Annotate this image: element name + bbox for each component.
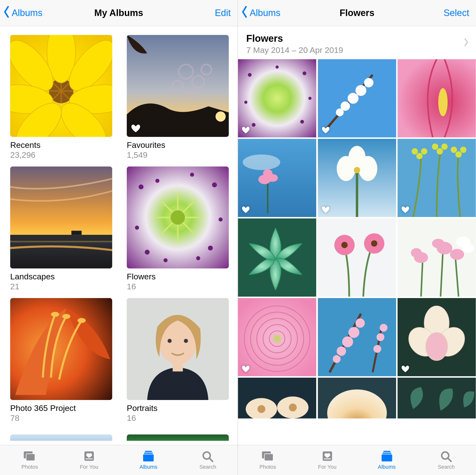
photo-thumbnail[interactable]: [318, 378, 396, 418]
svg-point-98: [460, 147, 467, 153]
svg-point-45: [77, 318, 86, 323]
photo-thumbnail[interactable]: [398, 378, 476, 418]
album-portraits[interactable]: Portraits 16: [127, 298, 229, 423]
photo-thumbnail[interactable]: [238, 378, 316, 418]
svg-point-38: [196, 256, 200, 261]
albums-scroll[interactable]: Recents 23,296: [0, 26, 238, 445]
svg-point-91: [416, 153, 423, 159]
edit-button[interactable]: Edit: [215, 8, 231, 18]
album-favourites[interactable]: Favourites 1,549: [127, 35, 229, 160]
photo-thumbnail[interactable]: [318, 59, 396, 137]
svg-point-122: [337, 347, 346, 356]
svg-point-128: [373, 345, 381, 353]
album-title: Photo 365 Project: [10, 403, 112, 413]
svg-point-130: [380, 324, 387, 331]
photo-thumbnail[interactable]: [398, 218, 476, 297]
photo-thumbnail[interactable]: [398, 298, 476, 376]
pane-my-albums: Albums My Albums Edit: [0, 0, 238, 475]
svg-point-111: [450, 249, 464, 260]
album-peek[interactable]: [127, 434, 229, 441]
photo-thumbnail[interactable]: [398, 139, 476, 217]
tab-label: For You: [80, 464, 98, 470]
svg-rect-21: [10, 235, 112, 241]
navbar: Albums Flowers Select: [238, 0, 476, 26]
tab-foryou[interactable]: For You: [60, 445, 119, 475]
photo-thumbnail[interactable]: [318, 139, 396, 217]
heart-icon: [401, 205, 410, 214]
album-recents[interactable]: Recents 23,296: [10, 35, 112, 160]
svg-rect-57: [144, 453, 153, 454]
photo-thumbnail[interactable]: [238, 298, 316, 376]
svg-point-97: [456, 151, 462, 158]
svg-point-83: [263, 169, 272, 177]
svg-point-67: [244, 101, 247, 104]
svg-point-62: [248, 73, 252, 77]
album-flowers[interactable]: Flowers 16: [127, 166, 229, 291]
svg-point-105: [371, 240, 377, 246]
svg-rect-53: [26, 454, 35, 461]
album-peek[interactable]: [10, 434, 112, 441]
svg-point-75: [336, 109, 344, 116]
back-button[interactable]: Albums: [240, 6, 280, 20]
svg-point-74: [364, 78, 374, 87]
photo-thumbnail[interactable]: [238, 139, 316, 217]
photo-thumbnail[interactable]: [238, 59, 316, 137]
tab-albums[interactable]: Albums: [357, 445, 416, 475]
album-scroll[interactable]: Flowers 7 May 2014 – 20 Apr 2019: [238, 26, 476, 445]
album-header[interactable]: Flowers 7 May 2014 – 20 Apr 2019: [238, 26, 476, 59]
albums-icon: [380, 450, 394, 462]
svg-rect-56: [145, 451, 152, 452]
heart-icon: [131, 123, 141, 133]
tab-photos[interactable]: Photos: [0, 445, 60, 475]
svg-point-73: [355, 85, 366, 96]
svg-point-44: [62, 314, 70, 319]
svg-point-66: [276, 66, 279, 69]
album-count: 16: [127, 282, 229, 291]
svg-point-88: [348, 146, 366, 169]
tab-label: Search: [199, 464, 216, 470]
tab-search[interactable]: Search: [178, 445, 238, 475]
back-label: Albums: [12, 8, 42, 18]
svg-point-68: [308, 97, 312, 100]
photo-thumbnail[interactable]: [318, 218, 396, 297]
tab-label: For You: [318, 464, 337, 470]
album-header-dates: 7 May 2014 – 20 Apr 2019: [246, 45, 468, 55]
photo-thumbnail[interactable]: [398, 59, 476, 137]
chevron-left-icon: [240, 6, 250, 20]
svg-point-33: [139, 184, 144, 189]
album-title: Portraits: [127, 403, 229, 413]
tab-search[interactable]: Search: [416, 445, 476, 475]
tab-foryou[interactable]: For You: [298, 445, 357, 475]
svg-point-40: [219, 217, 223, 222]
album-photo365[interactable]: Photo 365 Project 78: [10, 298, 112, 423]
svg-point-89: [354, 167, 360, 173]
svg-point-94: [437, 148, 443, 155]
select-button[interactable]: Select: [443, 8, 469, 18]
svg-rect-148: [383, 451, 390, 452]
svg-point-63: [303, 71, 306, 75]
album-count: 16: [127, 413, 229, 423]
svg-rect-149: [382, 453, 391, 454]
album-cover: [10, 298, 112, 400]
svg-point-34: [212, 182, 217, 187]
album-landscapes[interactable]: Landscapes 21: [10, 166, 112, 291]
photo-thumbnail[interactable]: [318, 298, 396, 376]
album-title: Flowers: [127, 272, 229, 281]
svg-point-79: [243, 154, 280, 170]
svg-point-99: [451, 147, 457, 153]
svg-point-126: [333, 355, 340, 363]
tab-label: Photos: [21, 464, 38, 470]
tab-albums[interactable]: Albums: [119, 445, 178, 475]
search-icon: [439, 450, 453, 462]
svg-rect-51: [173, 361, 183, 371]
svg-point-125: [355, 318, 365, 328]
pane-flowers-album: Albums Flowers Select Flowers 7 May 2014…: [238, 0, 476, 475]
svg-point-92: [421, 148, 427, 155]
back-button[interactable]: Albums: [2, 6, 42, 20]
tab-photos[interactable]: Photos: [238, 445, 298, 475]
svg-line-152: [448, 458, 451, 461]
album-cover: [10, 166, 112, 268]
photo-thumbnail[interactable]: [238, 218, 316, 297]
svg-point-95: [442, 144, 448, 150]
svg-rect-22: [71, 231, 82, 235]
